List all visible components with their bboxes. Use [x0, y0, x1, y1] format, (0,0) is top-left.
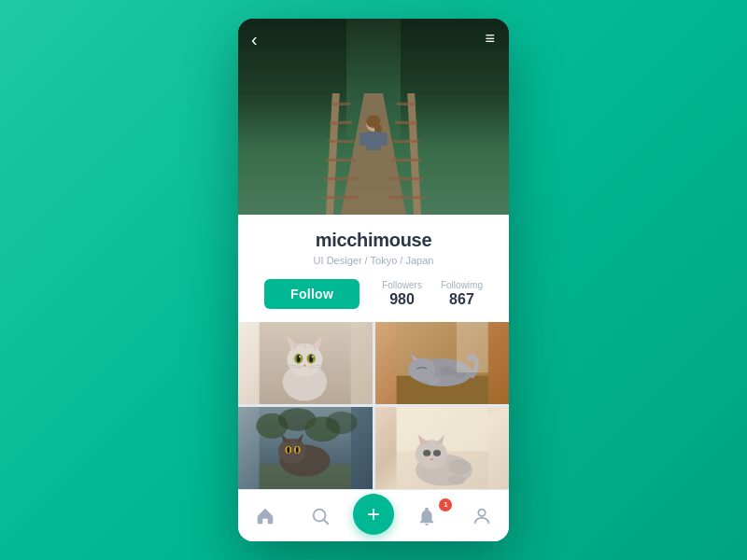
cat4-svg [375, 407, 510, 489]
bell-icon [416, 506, 437, 526]
svg-rect-14 [388, 196, 425, 199]
photo-grid [238, 322, 509, 489]
svg-point-70 [415, 440, 446, 469]
cat1-svg [238, 322, 373, 404]
stats: Followers 980 Followimg 867 [382, 280, 483, 308]
photo-item-2[interactable] [375, 322, 510, 404]
nav-notifications[interactable]: 1 [405, 502, 448, 530]
phone-card: ‹ ≡ micchimouse UI Desiger / Tokyo / Jap… [238, 19, 509, 541]
following-stat: Followimg 867 [441, 280, 483, 308]
search-icon [310, 506, 331, 526]
svg-point-60 [278, 439, 306, 464]
username: micchimouse [257, 230, 490, 251]
svg-rect-13 [389, 177, 423, 180]
followers-count: 980 [389, 291, 415, 307]
following-count: 867 [449, 291, 474, 307]
bottom-nav: + 1 [238, 489, 509, 541]
svg-rect-8 [322, 196, 359, 199]
svg-point-78 [447, 474, 465, 484]
svg-rect-20 [380, 133, 388, 146]
profile-icon [472, 506, 492, 526]
nav-profile[interactable] [460, 502, 503, 530]
follow-button[interactable]: Follow [264, 279, 359, 309]
svg-point-57 [326, 412, 358, 434]
svg-point-51 [427, 377, 440, 385]
svg-rect-11 [393, 140, 419, 143]
svg-point-74 [423, 450, 430, 456]
photo-item-4[interactable] [375, 407, 510, 489]
photo-item-1[interactable] [238, 322, 373, 404]
profile-actions: Follow Followers 980 Followimg 867 [257, 279, 490, 309]
user-subtitle: UI Desiger / Tokyo / Japan [257, 255, 490, 266]
svg-point-49 [439, 366, 454, 376]
nav-add[interactable]: + [353, 494, 394, 535]
svg-rect-18 [366, 132, 381, 150]
svg-rect-5 [328, 140, 354, 143]
notification-badge: 1 [439, 498, 452, 511]
add-icon: + [367, 503, 380, 525]
svg-point-33 [299, 356, 301, 357]
svg-rect-12 [391, 159, 421, 161]
nav-search[interactable] [299, 502, 342, 530]
svg-rect-19 [359, 133, 367, 146]
svg-point-75 [432, 450, 440, 456]
svg-line-80 [323, 519, 328, 524]
followers-label: Followers [382, 280, 422, 290]
cat3-svg [238, 407, 373, 489]
cat2-svg [375, 322, 510, 404]
svg-rect-6 [326, 159, 356, 161]
following-label: Followimg [441, 280, 483, 290]
svg-rect-52 [456, 322, 487, 372]
followers-stat: Followers 980 [382, 280, 422, 308]
header-nav: ‹ ≡ [238, 30, 509, 49]
cover-photo: ‹ ≡ [238, 19, 509, 215]
menu-button[interactable]: ≡ [485, 30, 496, 49]
home-icon [255, 506, 275, 526]
svg-point-81 [478, 509, 485, 515]
svg-point-65 [287, 447, 289, 454]
svg-rect-7 [324, 177, 358, 180]
photo-item-3[interactable] [238, 407, 373, 489]
svg-point-77 [448, 459, 471, 474]
nav-home[interactable] [244, 502, 287, 530]
svg-point-34 [312, 356, 314, 357]
back-button[interactable]: ‹ [251, 30, 258, 49]
profile-info: micchimouse UI Desiger / Tokyo / Japan F… [238, 215, 509, 322]
svg-point-66 [296, 447, 299, 454]
